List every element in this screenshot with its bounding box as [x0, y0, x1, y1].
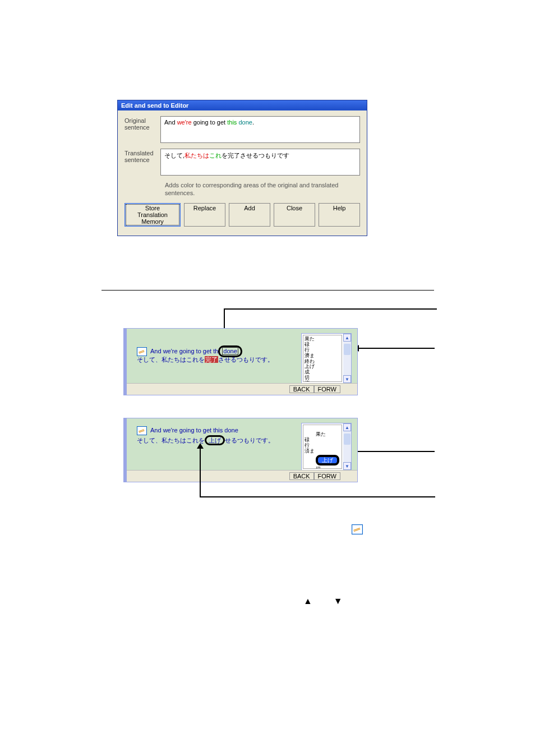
- translated-sentence-textbox[interactable]: そして,私たちはこれを完了させるつもりです: [160, 149, 360, 176]
- tr-text-hl: 私たちは: [185, 152, 209, 159]
- scroll-down-icon[interactable]: ▼: [343, 375, 351, 383]
- orig-text: .: [252, 119, 254, 126]
- orig-text: going to get: [192, 119, 228, 126]
- close-button[interactable]: Close: [274, 203, 315, 227]
- highlight-ellipse-age: 上げ: [205, 435, 225, 445]
- orig-text-hl2: this: [227, 119, 238, 126]
- help-button[interactable]: Help: [319, 203, 360, 227]
- highlight-kanryo: 完了: [205, 356, 218, 363]
- edit-send-editor-dialog: Edit and send to Editor Original sentenc…: [117, 100, 367, 236]
- dialog-title: Edit and send to Editor: [118, 100, 367, 110]
- arrow-left-to-side: [359, 348, 435, 349]
- edit-icon[interactable]: [137, 347, 147, 356]
- scroll-thumb[interactable]: [344, 434, 350, 445]
- scroll-up-icon[interactable]: ▲: [343, 334, 351, 342]
- pane1-jp-pre: そして、私たちはこれを: [137, 356, 205, 363]
- scroll-thumb[interactable]: [344, 344, 350, 355]
- forw-button[interactable]: FORW: [314, 472, 340, 480]
- forw-button[interactable]: FORW: [314, 385, 340, 393]
- pane1-japanese-line: そして、私たちはこれを完了させるつもりです。: [137, 356, 274, 364]
- translated-sentence-label: Translated sentence: [124, 149, 160, 176]
- side-items-bottom: 切 济: [305, 466, 321, 469]
- scroll-down-icon[interactable]: ▼: [343, 462, 351, 470]
- translation-pane-2: And we're going to get this done そして、私たち…: [123, 418, 358, 482]
- pane2-japanese-line: そして、私たちはこれを上げせるつもりです。: [137, 436, 274, 445]
- translation-pane-1: And we're going to get th done そして、私たちはこ…: [123, 328, 358, 395]
- original-sentence-textbox[interactable]: And we're going to get this done.: [160, 116, 360, 143]
- candidate-side-panel: 果た 碌 行 濟ま 終わ 上げ 成 切 济 ▲ ▼: [301, 333, 352, 384]
- scrollbar[interactable]: ▲ ▼: [343, 334, 351, 383]
- highlight-selected-age[interactable]: 上げ: [316, 455, 339, 465]
- arrow-up-to-age: [200, 449, 201, 496]
- edit-icon: [352, 524, 363, 534]
- tr-text: そして,: [164, 152, 185, 159]
- scroll-track[interactable]: [343, 431, 351, 462]
- arrow-horiz-to-pane1: [224, 308, 437, 310]
- replace-button[interactable]: Replace: [184, 203, 225, 227]
- store-translation-memory-button[interactable]: Store Translation Memory: [124, 203, 181, 227]
- back-button[interactable]: BACK: [289, 385, 314, 393]
- dialog-hint: Adds color to corresponding areas of the…: [165, 181, 360, 197]
- back-button[interactable]: BACK: [289, 472, 314, 480]
- pane2-jp-post: せるつもりです。: [225, 437, 274, 444]
- tr-text: を完了させるつもりです: [222, 152, 289, 159]
- tr-text-hl2: これ: [209, 152, 222, 159]
- arrow-left-to-side2: [348, 451, 435, 452]
- candidate-side-panel: 果た 碌 行 済ま 上げ 切 济 ▲ ▼: [301, 423, 352, 471]
- pane1-jp-post: させるつもりです。: [218, 356, 274, 363]
- add-button[interactable]: Add: [229, 203, 270, 227]
- orig-text: And: [164, 119, 177, 126]
- original-sentence-label: Original sentence: [124, 116, 160, 143]
- pane1-en-text: And we're going to get th: [150, 347, 218, 356]
- side-items-top: 果た 碌 行 済ま: [305, 431, 326, 454]
- pane2-jp-pre: そして、私たちはこれを: [137, 437, 205, 444]
- arrow-horiz-bottom: [200, 496, 435, 497]
- candidate-list[interactable]: 果た 碌 行 済ま 上げ 切 济: [303, 425, 342, 469]
- scrollbar[interactable]: ▲ ▼: [343, 423, 351, 470]
- pane2-english-line: And we're going to get this done: [137, 426, 238, 435]
- scroll-up-icon[interactable]: ▲: [343, 423, 351, 431]
- candidate-list[interactable]: 果た 碌 行 濟ま 終わ 上げ 成 切 济: [303, 335, 342, 382]
- orig-text-hl: we're: [177, 119, 192, 126]
- orig-text-hl3: done: [238, 119, 252, 126]
- triangle-markers: ▲▼: [303, 596, 364, 606]
- pane2-en-text: And we're going to get this done: [150, 426, 238, 435]
- scroll-track[interactable]: [343, 342, 351, 375]
- section-divider: [102, 290, 434, 291]
- edit-icon[interactable]: [137, 426, 147, 435]
